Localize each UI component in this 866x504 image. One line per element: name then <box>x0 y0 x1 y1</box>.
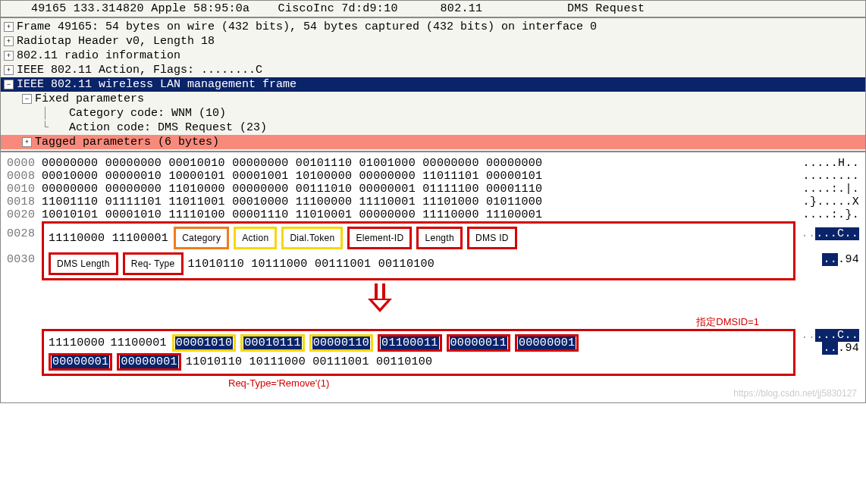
frame-node[interactable]: + Frame 49165: 54 bytes on wire (432 bit… <box>1 20 865 34</box>
col-dest: CiscoInc 7d:d9:10 <box>278 2 398 15</box>
annotated-bits: 11110000 11100001 00001010 00010111 0000… <box>1 329 865 376</box>
radiotap-node[interactable]: + Radiotap Header v0, Length 18 <box>1 34 865 49</box>
packet-details-tree: + Frame 49165: 54 bytes on wire (432 bit… <box>0 17 866 152</box>
hex-row-0000[interactable]: 0000 00000000 00000000 00010010 00000000… <box>1 157 865 170</box>
watermark-text: https://blog.csdn.net/jj5830127 <box>733 388 857 399</box>
field-layout-box: 11110000 11100001 Category Action Dial.T… <box>42 221 795 280</box>
bits-dms-length: 00000001 <box>49 353 112 371</box>
action-code-node[interactable]: └ Action code: DMS Request (23) <box>1 121 865 135</box>
collapse-icon[interactable]: − <box>4 80 14 89</box>
field-element-id: Element-ID <box>347 227 412 249</box>
category-code-node[interactable]: │ Category code: WNM (10) <box>1 106 865 121</box>
hex-row-0020[interactable]: 0020 10010101 00001010 11110100 00001110… <box>1 208 865 221</box>
ieee-action-node[interactable]: + IEEE 802.11 Action, Flags: ........C <box>1 63 865 77</box>
hex-row-0028-overlay: 0028 0030 11110000 11100001 Category Act… <box>1 221 865 280</box>
col-proto: 802.11 <box>441 2 483 15</box>
field-dial-token: Dial.Token <box>281 227 343 249</box>
hex-dump-pane: 0000 00000000 00000000 00010010 00000000… <box>0 152 866 403</box>
annotated-bits-box: 11110000 11100001 00001010 00010111 0000… <box>42 329 795 376</box>
expand-icon[interactable]: + <box>4 36 14 46</box>
bits-req-type: 00000001 <box>117 353 180 371</box>
col-number: 49165 <box>31 2 67 15</box>
expand-icon[interactable]: + <box>4 65 14 75</box>
collapse-icon[interactable]: − <box>22 94 32 104</box>
wlan-mgmt-node[interactable]: − IEEE 802.11 wireless LAN management fr… <box>1 77 865 92</box>
hex-row-0008[interactable]: 0008 00010000 00000010 10000101 00001001… <box>1 170 865 183</box>
field-action: Action <box>234 227 277 249</box>
tagged-params-node[interactable]: + Tagged parameters (6 bytes) <box>1 135 865 149</box>
bits-category: 00001010 <box>172 334 236 352</box>
field-req-type: Req- Type <box>123 252 184 275</box>
field-category: Category <box>174 227 229 249</box>
hex-row-0018[interactable]: 0018 11001110 01111101 11011001 00010000… <box>1 196 865 208</box>
field-dms-length: DMS Length <box>49 252 118 275</box>
bits-element-id: 01100011 <box>378 334 441 352</box>
fixed-params-node[interactable]: − Fixed parameters <box>1 92 865 106</box>
hex-row-0010[interactable]: 0010 00000000 00000000 11010000 00000000… <box>1 183 865 196</box>
field-length: Length <box>416 227 463 249</box>
bits-dial-token: 00000110 <box>309 334 373 352</box>
annotation-dmsid: 指定DMSID=1 <box>696 315 759 329</box>
arrow-down-icon <box>365 283 395 312</box>
bits-dms-id: 00000001 <box>515 334 579 352</box>
field-dms-id: DMS ID <box>467 227 517 249</box>
expand-icon[interactable]: + <box>4 51 14 61</box>
bits-length: 00000011 <box>447 334 510 352</box>
col-source: Apple 58:95:0a <box>151 2 249 15</box>
col-info: DMS Request <box>567 2 645 15</box>
expand-icon[interactable]: + <box>22 137 32 147</box>
col-time: 133.314820 <box>74 2 144 15</box>
bits-action: 00010111 <box>240 334 304 352</box>
annotation-reqtype: Req-Type='Remove'(1) <box>228 377 329 389</box>
packet-list-pane: 49165 133.314820 Apple 58:95:0a CiscoInc… <box>0 0 866 17</box>
expand-icon[interactable]: + <box>4 22 14 32</box>
packet-list-row[interactable]: 49165 133.314820 Apple 58:95:0a CiscoInc… <box>1 1 865 17</box>
radio-info-node[interactable]: + 802.11 radio information <box>1 49 865 63</box>
